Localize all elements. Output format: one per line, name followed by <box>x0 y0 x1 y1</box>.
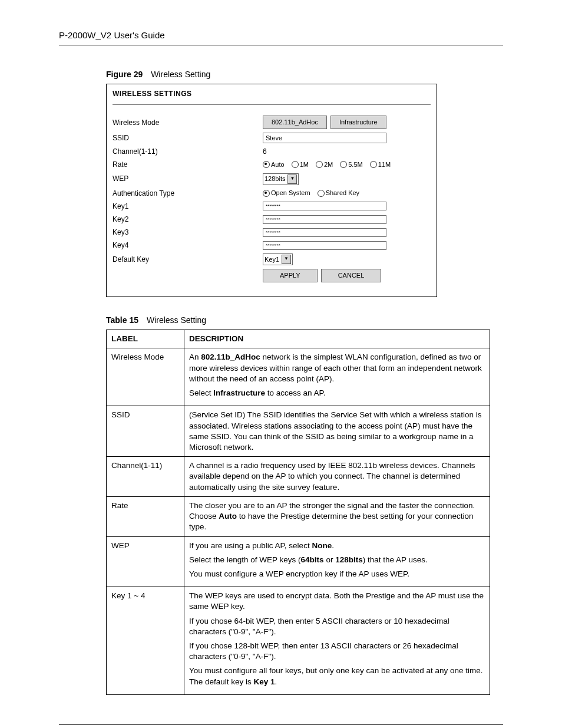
table-label: Table 15 <box>106 315 138 325</box>
row-key4: Key4 <box>113 241 431 250</box>
label-auth: Authentication Type <box>113 189 263 198</box>
table-row: RateThe closer you are to an AP the stro… <box>107 496 490 536</box>
label-key4: Key4 <box>113 241 263 250</box>
row-key2: Key2 <box>113 215 431 224</box>
row-wep: WEP 128bits ▼ <box>113 173 431 185</box>
radio-label: Shared Key <box>326 189 359 197</box>
radio-icon <box>370 161 377 168</box>
cell-description: If you are using a public AP, select Non… <box>184 536 490 587</box>
wep-select[interactable]: 128bits ▼ <box>263 173 299 185</box>
panel-divider <box>113 104 431 105</box>
row-default-key: Default Key Key1 ▼ <box>113 253 431 265</box>
cancel-button[interactable]: CANCEL <box>321 269 382 282</box>
row-wireless-mode: Wireless Mode 802.11b_AdHoc Infrastructu… <box>113 116 431 129</box>
header-title: P-2000W_V2 User's Guide <box>59 29 503 45</box>
row-key1: Key1 <box>113 202 431 211</box>
ssid-input[interactable] <box>263 133 386 143</box>
radio-icon <box>340 161 347 168</box>
rate-radio-2m[interactable]: 2M <box>316 160 333 169</box>
label-key2: Key2 <box>113 215 263 224</box>
radio-icon <box>263 161 270 168</box>
panel-heading: WIRELESS SETTINGS <box>113 89 431 98</box>
apply-button[interactable]: APPLY <box>263 269 318 282</box>
table-caption-text: Wireless Setting <box>147 315 206 325</box>
radio-label: 2M <box>324 160 333 169</box>
adhoc-mode-button[interactable]: 802.11b_AdHoc <box>263 116 327 129</box>
row-key3: Key3 <box>113 228 431 237</box>
infrastructure-mode-button[interactable]: Infrastructure <box>330 116 386 129</box>
cell-description: An 802.11b_AdHoc network is the simplest… <box>184 348 490 406</box>
auth-radio-opensystem[interactable]: Open System <box>263 189 310 197</box>
radio-icon <box>316 161 323 168</box>
key4-input[interactable] <box>263 241 386 250</box>
cell-description: (Service Set ID) The SSID identifies the… <box>184 406 490 457</box>
channel-value: 6 <box>263 147 431 156</box>
table-row: Channel(1-11)A channel is a radio freque… <box>107 457 490 497</box>
chevron-down-icon: ▼ <box>287 174 297 184</box>
key1-input[interactable] <box>263 202 386 210</box>
radio-label: 11M <box>378 160 391 169</box>
figure-label: Figure 29 <box>106 70 143 79</box>
cell-description: The closer you are to an AP the stronger… <box>184 496 490 536</box>
table-body: Wireless ModeAn 802.11b_AdHoc network is… <box>107 348 490 694</box>
figure-caption-text: Wireless Setting <box>151 70 210 79</box>
wep-select-value: 128bits <box>265 174 285 183</box>
cell-label: Rate <box>107 496 184 536</box>
rate-radio-auto[interactable]: Auto <box>263 160 285 169</box>
chevron-down-icon: ▼ <box>282 255 291 264</box>
cell-label: Channel(1-11) <box>107 457 184 497</box>
key3-input[interactable] <box>263 228 386 237</box>
radio-icon <box>292 161 299 168</box>
cell-description: The WEP keys are used to encrypt data. B… <box>184 587 490 695</box>
cell-label: Key 1 ~ 4 <box>107 587 184 695</box>
cell-label: Wireless Mode <box>107 348 184 406</box>
label-key3: Key3 <box>113 228 263 237</box>
row-rate: Rate Auto1M2M5.5M11M <box>113 160 431 169</box>
radio-label: Auto <box>271 160 285 169</box>
radio-label: 5.5M <box>348 160 362 169</box>
radio-label: 1M <box>300 160 309 169</box>
radio-icon <box>318 190 325 197</box>
label-channel: Channel(1-11) <box>113 147 263 156</box>
radio-icon <box>263 190 270 197</box>
row-channel: Channel(1-11) 6 <box>113 147 431 156</box>
table-row: SSID(Service Set ID) The SSID identifies… <box>107 406 490 457</box>
th-desc: DESCRIPTION <box>184 330 490 348</box>
default-key-value: Key1 <box>265 255 279 264</box>
description-table: LABEL DESCRIPTION Wireless ModeAn 802.11… <box>106 330 490 695</box>
row-buttons: APPLY CANCEL <box>113 269 431 282</box>
wireless-settings-panel: WIRELESS SETTINGS Wireless Mode 802.11b_… <box>106 84 437 297</box>
row-auth: Authentication Type Open SystemShared Ke… <box>113 189 431 198</box>
rate-radio-55m[interactable]: 5.5M <box>340 160 362 169</box>
label-wireless-mode: Wireless Mode <box>113 118 263 127</box>
rate-radios: Auto1M2M5.5M11M <box>263 160 431 169</box>
cell-description: A channel is a radio frequency used by I… <box>184 457 490 497</box>
label-rate: Rate <box>113 160 263 169</box>
table-row: Key 1 ~ 4The WEP keys are used to encryp… <box>107 587 490 695</box>
label-key1: Key1 <box>113 202 263 211</box>
auth-radios: Open SystemShared Key <box>263 189 431 197</box>
default-key-select[interactable]: Key1 ▼ <box>263 253 293 265</box>
table-row: WEPIf you are using a public AP, select … <box>107 536 490 587</box>
th-label: LABEL <box>107 330 184 348</box>
cell-label: SSID <box>107 406 184 457</box>
rate-radio-11m[interactable]: 11M <box>370 160 391 169</box>
auth-radio-sharedkey[interactable]: Shared Key <box>318 189 359 197</box>
label-default-key: Default Key <box>113 255 263 264</box>
table-caption: Table 15 Wireless Setting <box>106 315 503 326</box>
page-footer: 94 Chapter 12 User Web Configurator Scre… <box>59 724 503 728</box>
row-ssid: SSID <box>113 133 431 143</box>
figure-caption: Figure 29 Wireless Setting <box>106 69 503 80</box>
cell-label: WEP <box>107 536 184 587</box>
label-ssid: SSID <box>113 133 263 143</box>
rate-radio-1m[interactable]: 1M <box>292 160 309 169</box>
radio-label: Open System <box>271 189 310 197</box>
key2-input[interactable] <box>263 215 386 224</box>
table-row: Wireless ModeAn 802.11b_AdHoc network is… <box>107 348 490 406</box>
label-wep: WEP <box>113 174 263 183</box>
